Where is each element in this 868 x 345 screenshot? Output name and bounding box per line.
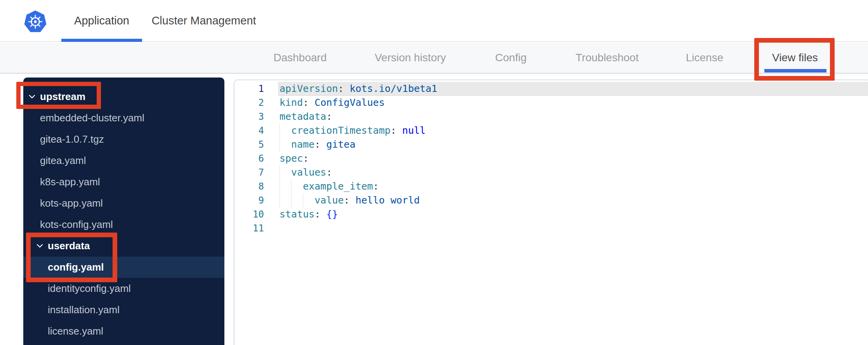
tree-file-embedded-cluster.yaml[interactable]: embedded-cluster.yaml	[23, 107, 224, 129]
code-token-punc: :	[314, 209, 320, 220]
code-line: 6spec:	[234, 152, 868, 166]
tab-application[interactable]: Application	[61, 0, 142, 41]
code-token-punc: :	[391, 125, 396, 136]
chevron-down-icon	[29, 95, 35, 99]
code-token-punc: :	[326, 167, 332, 178]
indent-guide	[279, 193, 280, 207]
tree-file-identityconfig.yaml[interactable]: identityconfig.yaml	[23, 278, 224, 299]
subnav-item-dashboard[interactable]: Dashboard	[274, 43, 327, 73]
code-line-content: values:	[278, 166, 868, 179]
code-line: 8 example_item:	[234, 179, 868, 193]
app-header: ApplicationCluster Management	[0, 0, 868, 42]
tree-file-license.yaml[interactable]: license.yaml	[23, 321, 224, 342]
chevron-down-icon	[36, 244, 43, 248]
line-number: 5	[234, 138, 278, 152]
chevron-down-icon	[29, 95, 35, 99]
code-token-kw: null	[402, 125, 425, 136]
line-number: 8	[234, 179, 278, 193]
code-token-punc: :	[344, 195, 350, 206]
code-token-punc: :	[326, 111, 332, 122]
code-line-content: example_item:	[278, 179, 868, 193]
code-token-punc: :	[373, 181, 379, 192]
indent-guide	[303, 193, 303, 207]
code-token-val: gitea	[320, 139, 355, 150]
code-line-content: value: hello world	[278, 193, 868, 207]
code-token-key: metadata	[279, 111, 326, 122]
kubernetes-logo-icon[interactable]	[24, 10, 47, 33]
tree-folder-userdata[interactable]: userdata	[23, 235, 224, 257]
line-number: 9	[234, 193, 278, 207]
code-line: 4 creationTimestamp: null	[234, 124, 868, 138]
line-number: 7	[234, 166, 278, 179]
code-token-key: value	[314, 195, 344, 206]
indent-guide	[291, 179, 292, 193]
tree-file-gitea-1.0.7.tgz[interactable]: gitea-1.0.7.tgz	[23, 129, 224, 150]
code-token-br: {}	[326, 209, 338, 220]
code-line-content: apiVersion: kots.io/v1beta1	[278, 82, 868, 96]
line-number: 10	[234, 207, 278, 221]
file-tree: upstreamembedded-cluster.yamlgitea-1.0.7…	[23, 86, 224, 342]
kots-admin-console: ApplicationCluster Management DashboardV…	[0, 0, 868, 345]
file-label: kots-config.yaml	[40, 219, 113, 231]
line-number: 2	[234, 96, 278, 110]
line-number: 11	[234, 221, 278, 235]
file-tree-sidebar: upstreamembedded-cluster.yamlgitea-1.0.7…	[23, 78, 224, 345]
folder-label: upstream	[40, 91, 85, 103]
code-line: 2kind: ConfigValues	[234, 96, 868, 110]
code-token-punc: :	[338, 83, 344, 94]
tab-cluster-management[interactable]: Cluster Management	[149, 0, 259, 41]
code-token-key: name	[291, 139, 314, 150]
chevron-down-icon	[36, 244, 43, 248]
helm-wheel-icon	[27, 13, 44, 30]
code-token-ws	[279, 167, 291, 178]
tree-file-k8s-app.yaml[interactable]: k8s-app.yaml	[23, 171, 224, 193]
code-line: 9 value: hello world	[234, 193, 868, 207]
file-editor[interactable]: 1apiVersion: kots.io/v1beta12kind: Confi…	[234, 79, 868, 345]
indent-guide	[291, 193, 292, 207]
code-token-punc: :	[303, 97, 309, 108]
code-line: 7 values:	[234, 166, 868, 179]
subnav-item-license[interactable]: License	[686, 43, 724, 73]
code-token-punc: :	[303, 153, 309, 164]
tree-file-installation.yaml[interactable]: installation.yaml	[23, 299, 224, 321]
code-token-ws	[279, 139, 291, 150]
code-token-val: kots.io/v1beta1	[344, 83, 437, 94]
code-line-content: metadata:	[278, 110, 868, 124]
line-number: 3	[234, 110, 278, 124]
tree-file-kots-app.yaml[interactable]: kots-app.yaml	[23, 193, 224, 214]
indent-guide	[279, 138, 280, 152]
subnav-item-config[interactable]: Config	[495, 43, 527, 73]
code-line: 5 name: gitea	[234, 138, 868, 152]
code-token-punc: :	[314, 139, 320, 150]
file-label: identityconfig.yaml	[48, 283, 131, 295]
file-label: embedded-cluster.yaml	[40, 112, 144, 124]
app-subnav: DashboardVersion historyConfigTroublesho…	[0, 43, 868, 74]
code-line: 11	[234, 221, 868, 235]
file-label: gitea-1.0.7.tgz	[40, 133, 104, 145]
tree-folder-upstream[interactable]: upstream	[23, 86, 224, 107]
code-line-content: kind: ConfigValues	[278, 96, 868, 110]
code-token-key: creationTimestamp	[291, 125, 391, 136]
subnav-item-view-files[interactable]: View files	[772, 43, 818, 73]
tree-file-kots-config.yaml[interactable]: kots-config.yaml	[23, 214, 224, 235]
subnav-item-troubleshoot[interactable]: Troubleshoot	[576, 43, 639, 73]
code-line-content: creationTimestamp: null	[278, 124, 868, 138]
indent-guide	[279, 166, 280, 179]
active-subnav-underline	[764, 69, 826, 72]
line-number: 1	[234, 82, 278, 96]
tree-file-config.yaml[interactable]: config.yaml	[23, 257, 224, 278]
subnav-item-version-history[interactable]: Version history	[375, 43, 446, 73]
line-number: 6	[234, 152, 278, 166]
code-line-content: name: gitea	[278, 138, 868, 152]
code-token-key: kind	[279, 97, 303, 108]
code-line-content: status: {}	[278, 207, 868, 221]
file-label: installation.yaml	[48, 304, 120, 316]
indent-guide	[279, 124, 280, 138]
tree-file-gitea.yaml[interactable]: gitea.yaml	[23, 150, 224, 171]
code-area[interactable]: 1apiVersion: kots.io/v1beta12kind: Confi…	[234, 82, 868, 235]
folder-label: userdata	[48, 240, 90, 252]
file-label: k8s-app.yaml	[40, 176, 100, 188]
file-label: config.yaml	[48, 261, 104, 273]
active-tab-underline	[61, 39, 142, 42]
code-line-content: spec:	[278, 152, 868, 166]
